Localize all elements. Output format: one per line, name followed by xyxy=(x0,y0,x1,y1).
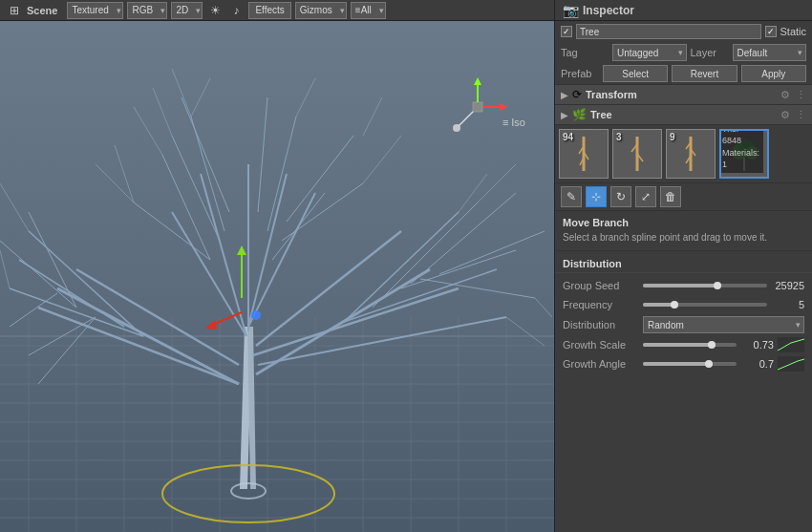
tag-select-wrap[interactable]: Untagged xyxy=(612,44,687,61)
scene-grid-icon: ⊞ xyxy=(6,2,23,19)
verts-info: Verts: 4903 Tris: 6848 Materials: 1 xyxy=(719,129,763,173)
toolbar-icon-4[interactable]: ⤢ xyxy=(635,186,656,207)
svg-marker-85 xyxy=(474,77,481,85)
layer-label: Layer xyxy=(691,47,729,58)
tree-arrow-icon: ▶ xyxy=(561,110,568,120)
effects-button[interactable]: Effects xyxy=(248,2,290,19)
static-checkbox[interactable] xyxy=(765,26,777,37)
dimension-select-wrap[interactable]: 2D xyxy=(171,2,203,19)
static-label-wrap: Static xyxy=(765,26,806,37)
inspector-title: Inspector xyxy=(583,4,634,17)
growth-angle-slider-wrap: 0.7 xyxy=(643,356,804,372)
move-branch-section: Move Branch Select a branch spline point… xyxy=(555,211,812,251)
thumb-num-2: 3 xyxy=(616,132,622,142)
color-select[interactable]: RGB xyxy=(127,2,167,19)
shading-select[interactable]: Textured xyxy=(67,2,123,19)
toolbar-icon-3[interactable]: ↻ xyxy=(610,186,631,207)
transform-arrow-icon: ▶ xyxy=(561,90,568,100)
object-active-checkbox[interactable] xyxy=(561,26,572,37)
render-select[interactable]: ≡All xyxy=(351,2,386,19)
tree-section-title: Tree xyxy=(590,109,612,120)
move-branch-title: Move Branch xyxy=(563,217,804,228)
dimension-select[interactable]: 2D xyxy=(171,2,203,19)
growth-scale-slider[interactable] xyxy=(643,343,737,347)
scene-icon1[interactable]: ☀ xyxy=(206,2,224,19)
growth-scale-slider-wrap: 0.73 xyxy=(643,337,804,352)
color-select-wrap[interactable]: RGB xyxy=(127,2,167,19)
object-name-input[interactable] xyxy=(576,24,761,39)
layer-select[interactable]: Default xyxy=(733,44,807,61)
group-seed-value: 25925 xyxy=(771,280,804,291)
gizmos-select-wrap[interactable]: Gizmos xyxy=(295,2,347,19)
move-branch-desc: Select a branch spline point and drag to… xyxy=(563,231,804,245)
growth-angle-slider[interactable] xyxy=(643,362,737,366)
frequency-slider[interactable] xyxy=(643,303,767,307)
growth-scale-label: Growth Scale xyxy=(563,339,639,351)
tree-more-icon[interactable]: ⋮ xyxy=(796,109,806,121)
distribution-param-label: Distribution xyxy=(563,319,639,330)
distribution-select-wrap[interactable]: Random xyxy=(643,316,804,333)
distribution-row: Distribution Random xyxy=(555,314,812,335)
frequency-label: Frequency xyxy=(563,299,639,310)
transform-more-icon[interactable]: ⋮ xyxy=(796,89,806,101)
frequency-slider-wrap: 5 xyxy=(643,299,804,310)
distribution-header: Distribution xyxy=(555,255,812,273)
distribution-section: Distribution Group Seed 25925 Frequency … xyxy=(555,251,812,377)
tag-layer-row: Tag Untagged Layer Default xyxy=(555,42,812,63)
apply-button[interactable]: Apply xyxy=(741,65,806,82)
prefab-row: Prefab Select Revert Apply xyxy=(555,63,812,84)
frequency-row: Frequency 5 xyxy=(555,295,812,314)
materials-text: Materials: 1 xyxy=(722,147,759,171)
revert-button[interactable]: Revert xyxy=(672,65,737,82)
layer-select-wrap[interactable]: Default xyxy=(733,44,807,61)
thumbnail-4[interactable]: Verts: 4903 Tris: 6848 Materials: 1 xyxy=(719,129,769,179)
tag-select[interactable]: Untagged xyxy=(612,44,687,61)
svg-rect-106 xyxy=(778,337,804,352)
gizmo-widget[interactable] xyxy=(444,74,511,140)
group-seed-slider[interactable] xyxy=(643,284,767,287)
tag-label: Tag xyxy=(561,47,609,58)
scene-viewport[interactable]: ≡ Iso xyxy=(0,21,554,532)
iso-menu-icon: ≡ xyxy=(502,117,508,128)
svg-marker-87 xyxy=(500,103,507,111)
tree-component-icon: 🌿 xyxy=(572,108,587,121)
tree-section-header: ▶ 🌿 Tree ⚙ ⋮ xyxy=(555,105,812,125)
distribution-select[interactable]: Random xyxy=(643,316,804,333)
group-seed-label: Group Seed xyxy=(563,280,639,291)
growth-angle-curve[interactable] xyxy=(778,356,804,372)
toolbar-icon-5[interactable]: 🗑 xyxy=(660,186,681,207)
growth-scale-curve[interactable] xyxy=(778,337,804,352)
transform-title: Transform xyxy=(586,89,637,100)
tris-text: Tris: 6848 xyxy=(722,129,759,147)
transform-move-icon: ⟳ xyxy=(572,88,582,101)
tree-settings-icon[interactable]: ⚙ xyxy=(780,109,790,121)
inspector-camera-icon: 📷 xyxy=(563,3,579,18)
shading-select-wrap[interactable]: Textured xyxy=(67,2,123,19)
growth-angle-label: Growth Angle xyxy=(563,358,639,370)
svg-point-89 xyxy=(453,124,460,132)
group-seed-row: Group Seed 25925 xyxy=(555,276,812,295)
gizmos-select[interactable]: Gizmos xyxy=(295,2,347,19)
group-seed-slider-wrap: 25925 xyxy=(643,280,804,291)
scene-title: Scene xyxy=(27,5,57,16)
thumb-num-3: 9 xyxy=(670,132,675,142)
frequency-value: 5 xyxy=(771,299,804,310)
thumbnail-1[interactable]: 94 xyxy=(559,129,609,179)
select-button[interactable]: Select xyxy=(603,65,668,82)
thumbnail-3[interactable]: 9 xyxy=(666,129,716,179)
growth-scale-row: Growth Scale 0.73 xyxy=(555,335,812,354)
audio-icon[interactable]: ♪ xyxy=(227,2,245,19)
toolbar-icon-2[interactable]: ⊹ xyxy=(586,186,607,207)
render-select-wrap[interactable]: ≡All xyxy=(351,2,386,19)
tree-icon-toolbar: ✎ ⊹ ↻ ⤢ 🗑 xyxy=(555,182,812,211)
transform-settings-icon[interactable]: ⚙ xyxy=(780,89,790,101)
svg-rect-90 xyxy=(473,102,482,112)
inspector-header: 📷 Inspector xyxy=(555,0,812,21)
prefab-label: Prefab xyxy=(561,68,599,79)
toolbar-icon-1[interactable]: ✎ xyxy=(561,186,582,207)
thumbnail-2[interactable]: 3 xyxy=(612,129,662,179)
growth-angle-row: Growth Angle 0.7 xyxy=(555,354,812,373)
transform-section-header: ▶ ⟳ Transform ⚙ ⋮ xyxy=(555,84,812,105)
growth-angle-value: 0.7 xyxy=(740,358,774,370)
thumbnails-area: 94 3 9 xyxy=(555,125,812,182)
